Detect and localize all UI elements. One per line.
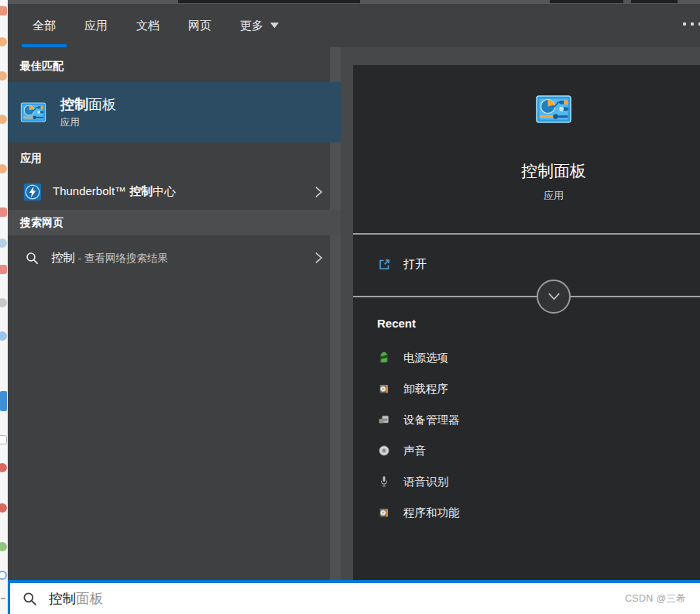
web-result-text: 控制 - 查看网络搜索结果 bbox=[51, 250, 168, 266]
web-search-header: 搜索网页 bbox=[20, 216, 63, 230]
expand-actions-button[interactable] bbox=[537, 280, 571, 314]
tab-more-label: 更多 bbox=[240, 19, 263, 33]
search-input[interactable]: 控制面板 CSDN @三希 bbox=[8, 580, 700, 614]
dropdown-arrow-icon bbox=[270, 22, 279, 29]
background-page-icon bbox=[0, 208, 7, 217]
recent-item-label: 电源选项 bbox=[403, 351, 448, 365]
detail-app-title: 控制面板 bbox=[353, 160, 700, 182]
open-external-icon bbox=[377, 257, 392, 272]
tab-documents-label: 文档 bbox=[136, 19, 160, 33]
tab-documents[interactable]: 文档 bbox=[125, 4, 170, 47]
background-page-icon bbox=[0, 6, 7, 15]
uninstall-program-icon bbox=[377, 382, 391, 396]
open-action[interactable]: 打开 bbox=[353, 248, 700, 280]
app-result-match: 控制 bbox=[129, 184, 153, 197]
recent-item-power-options[interactable]: 电源选项 bbox=[353, 342, 700, 373]
search-results-pane: 最佳匹配 控制面板 应用 应用 Thunderbolt™ 控制中心 bbox=[8, 47, 341, 580]
background-page-icon bbox=[0, 164, 7, 173]
recent-item-label: 卸载程序 bbox=[403, 382, 448, 396]
microphone-icon bbox=[377, 475, 391, 489]
recent-list: 电源选项 卸载程序 设备管理器 声音 语音识别 bbox=[353, 342, 700, 528]
windows-search-screen: 全部 应用 文档 网页 更多 最佳匹配 bbox=[0, 0, 700, 614]
background-page-icon bbox=[1, 598, 5, 599]
search-text: 控制面板 bbox=[49, 589, 103, 608]
tab-web[interactable]: 网页 bbox=[177, 4, 222, 47]
search-typed-text: 控制 bbox=[49, 591, 76, 606]
app-result-thunderbolt[interactable]: Thunderbolt™ 控制中心 bbox=[8, 173, 341, 210]
search-filter-tabs: 全部 应用 文档 网页 更多 bbox=[8, 4, 700, 47]
control-panel-icon bbox=[535, 91, 572, 128]
recent-item-label: 声音 bbox=[403, 444, 426, 458]
recent-item-uninstall-program[interactable]: 卸载程序 bbox=[353, 373, 700, 404]
background-page-icon bbox=[0, 298, 7, 307]
recent-header: Recent bbox=[377, 317, 416, 330]
best-match-title: 控制面板 bbox=[60, 95, 116, 114]
tab-all-label: 全部 bbox=[33, 19, 56, 33]
recent-item-sound[interactable]: 声音 bbox=[353, 435, 700, 466]
divider bbox=[353, 233, 700, 235]
app-result-suffix: 中心 bbox=[153, 184, 176, 197]
background-page-icon bbox=[0, 391, 7, 411]
background-page-icon bbox=[0, 571, 7, 580]
background-window-edge-block bbox=[178, 0, 360, 3]
search-suggestion-text: 面板 bbox=[76, 591, 103, 606]
detail-app-subtitle: 应用 bbox=[353, 189, 700, 203]
tab-apps-label: 应用 bbox=[84, 19, 108, 33]
background-page-icon bbox=[0, 435, 7, 444]
background-page-strip bbox=[0, 0, 8, 614]
chevron-right-icon[interactable] bbox=[314, 185, 324, 199]
best-match-title-rest: 面板 bbox=[88, 97, 116, 112]
web-search-section: 搜索网页 bbox=[8, 210, 341, 235]
tab-more[interactable]: 更多 bbox=[229, 4, 290, 47]
chevron-right-icon[interactable] bbox=[314, 251, 324, 265]
recent-item-programs-features[interactable]: 程序和功能 bbox=[353, 497, 700, 528]
watermark: CSDN @三希 bbox=[625, 592, 686, 605]
control-panel-icon bbox=[20, 99, 46, 125]
background-page-icon bbox=[0, 503, 7, 513]
background-page-icon bbox=[0, 238, 7, 248]
background-page-icon bbox=[0, 463, 7, 472]
app-result-prefix: Thunderbolt™ bbox=[53, 184, 129, 197]
search-flyout: 全部 应用 文档 网页 更多 最佳匹配 bbox=[8, 0, 700, 580]
background-page-icon bbox=[0, 115, 7, 124]
recent-item-device-manager[interactable]: 设备管理器 bbox=[353, 404, 700, 435]
best-match-subtitle: 应用 bbox=[60, 116, 116, 129]
app-result-text: Thunderbolt™ 控制中心 bbox=[53, 184, 176, 199]
web-search-result[interactable]: 控制 - 查看网络搜索结果 bbox=[8, 235, 341, 280]
background-page-icon bbox=[0, 331, 7, 341]
web-result-query: 控制 bbox=[51, 251, 75, 264]
search-icon bbox=[22, 591, 38, 607]
open-action-label: 打开 bbox=[403, 257, 427, 272]
background-page-icon bbox=[0, 265, 7, 274]
background-page-icon bbox=[0, 37, 7, 46]
tab-apps[interactable]: 应用 bbox=[74, 4, 118, 47]
chevron-down-icon bbox=[547, 292, 561, 301]
divider bbox=[353, 296, 700, 297]
recent-item-label: 程序和功能 bbox=[403, 506, 460, 520]
best-match-text: 控制面板 应用 bbox=[60, 95, 116, 129]
background-page-icon bbox=[0, 542, 7, 551]
thunderbolt-icon bbox=[23, 183, 42, 201]
recent-item-label: 语音识别 bbox=[403, 475, 448, 489]
recent-item-speech-recognition[interactable]: 语音识别 bbox=[353, 466, 700, 497]
detail-pane: 控制面板 应用 打开 Recent 电源选项 卸载程序 bbox=[353, 65, 700, 580]
tab-all[interactable]: 全部 bbox=[22, 4, 67, 47]
apps-section-header: 应用 bbox=[20, 152, 42, 166]
recent-item-label: 设备管理器 bbox=[403, 413, 460, 427]
sound-icon bbox=[377, 444, 391, 458]
best-match-title-match: 控制 bbox=[60, 97, 88, 112]
background-page-icon bbox=[0, 71, 7, 81]
best-match-result[interactable]: 控制面板 应用 bbox=[8, 82, 341, 142]
programs-features-icon bbox=[377, 506, 391, 520]
background-window-edge-block bbox=[550, 0, 623, 3]
background-window-edge-block bbox=[631, 0, 678, 3]
battery-icon bbox=[377, 351, 391, 365]
web-result-hint: - 查看网络搜索结果 bbox=[75, 252, 168, 264]
device-manager-icon bbox=[377, 413, 391, 427]
search-icon bbox=[25, 251, 39, 266]
more-options-icon[interactable] bbox=[683, 22, 700, 26]
best-match-header: 最佳匹配 bbox=[20, 60, 63, 74]
tab-web-label: 网页 bbox=[188, 19, 211, 33]
